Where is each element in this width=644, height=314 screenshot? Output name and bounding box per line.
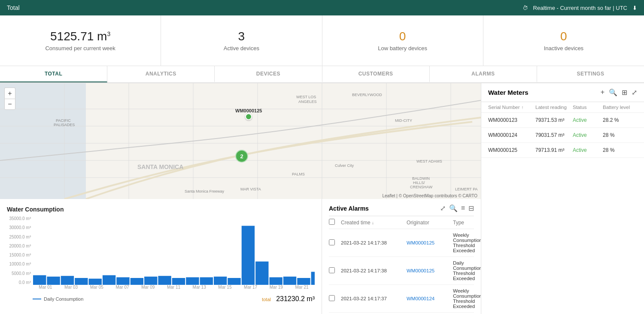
alarm-originator[interactable]: WM0000125	[407, 268, 450, 273]
tab-analytics[interactable]: ANALYTICS	[107, 66, 215, 82]
alarm-header-check[interactable]	[329, 219, 337, 226]
map-container[interactable]: PACIFIC PALISADES WEST LOS ANGELES BEVER…	[0, 83, 481, 199]
svg-text:PACIFIC: PACIFIC	[56, 118, 71, 123]
chart-x-label: Mar 09	[141, 285, 155, 293]
svg-text:BALDWIN: BALDWIN	[412, 176, 430, 181]
chart-bar[interactable]	[228, 278, 240, 285]
chart-bar[interactable]	[103, 275, 115, 285]
alarm-type: Weekly Consumption Threshold Exceeded	[453, 288, 481, 309]
alarm-header-created[interactable]: Created time ↓	[341, 220, 403, 226]
chart-x-label: Mar 11	[167, 285, 180, 293]
kpi-inactive-label: Inactive devices	[544, 45, 584, 51]
chart-y-label: 35000.0 m³	[7, 216, 33, 221]
map-marker-single[interactable]: WM0000125	[235, 108, 262, 120]
chart-bar[interactable]	[186, 277, 199, 285]
chart-bar[interactable]	[172, 278, 185, 285]
chart-y-labels: 35000.0 m³30000.0 m³25000.0 m³20000.0 m³…	[7, 216, 33, 285]
chart-bar[interactable]	[311, 272, 315, 285]
svg-text:ANGELES: ANGELES	[298, 100, 317, 104]
expand-wm-icon[interactable]: ⤢	[632, 88, 637, 97]
chart-bar[interactable]	[200, 277, 213, 285]
chart-bar[interactable]	[297, 278, 310, 285]
bottom-row: Water Consumption 35000.0 m³30000.0 m³25…	[0, 199, 481, 314]
wm-serial[interactable]: WM0000123	[488, 117, 535, 123]
svg-text:Culver City: Culver City	[335, 163, 354, 168]
alarm-originator[interactable]: WM0000124	[407, 296, 450, 301]
wm-table-header: Serial Number ↑ Latest reading Status Ba…	[481, 102, 644, 113]
alarm-type: Daily Consumption Threshold Exceeded	[453, 260, 481, 281]
wm-serial[interactable]: WM0000124	[488, 132, 535, 138]
columns-icon[interactable]: ⊟	[468, 204, 474, 212]
expand-icon[interactable]: ⤢	[440, 204, 446, 212]
download-icon[interactable]: ⬇	[632, 5, 637, 11]
wm-serial[interactable]: WM0000125	[488, 147, 535, 153]
svg-text:CRENSHAW: CRENSHAW	[410, 185, 433, 189]
chart-bar[interactable]	[255, 262, 268, 285]
wm-battery: 28 %	[603, 147, 637, 153]
map-zoom-controls: + −	[4, 88, 15, 110]
sort-serial-icon: ↑	[522, 105, 524, 110]
zoom-out-button[interactable]: −	[4, 99, 15, 110]
zoom-in-button[interactable]: +	[4, 88, 15, 99]
chart-bar[interactable]	[131, 278, 143, 285]
chart-x-label: Mar 13	[193, 285, 206, 293]
alarm-originator[interactable]: WM0000125	[407, 240, 450, 245]
alarm-checkbox[interactable]	[329, 295, 337, 302]
chart-bar[interactable]	[283, 277, 296, 285]
legend-line	[33, 299, 41, 299]
chart-bar[interactable]	[158, 276, 171, 285]
chart-bar[interactable]	[75, 278, 88, 285]
chart-y-label: 10000.0 m³	[7, 262, 33, 266]
app-header: Total ⏱ Realtime - Current month so far …	[0, 0, 644, 15]
wm-status: Active	[573, 132, 603, 138]
chart-y-label: 5000.0 m³	[7, 271, 33, 276]
chart-svg	[33, 216, 315, 285]
tab-alarms[interactable]: ALARMS	[430, 66, 537, 82]
wm-header-serial[interactable]: Serial Number ↑	[488, 105, 535, 110]
chart-bar[interactable]	[144, 277, 157, 285]
wm-reading: 79031.57 m³	[535, 132, 573, 138]
alarm-rows: 2021-03-22 14:17:38 WM0000125 Weekly Con…	[329, 229, 474, 314]
alarm-checkbox[interactable]	[329, 267, 337, 275]
chart-bar[interactable]	[116, 277, 129, 285]
chart-x-label: Mar 07	[115, 285, 129, 293]
search-icon[interactable]: 🔍	[449, 204, 458, 212]
select-all-checkbox[interactable]	[329, 219, 335, 225]
chart-bar[interactable]	[269, 277, 282, 285]
kpi-consumed-value: 5125.71 m3	[50, 30, 110, 43]
chart-legend: Daily Consumption total 231230.2 m³	[7, 295, 315, 303]
water-meters-header: Water Meters + 🔍 ⊞ ⤢	[481, 83, 644, 102]
chart-bar[interactable]	[47, 277, 60, 285]
alarm-created: 2021-03-22 14:17:38	[341, 268, 403, 273]
chart-bar[interactable]	[89, 279, 102, 285]
alarm-header-type: Type	[453, 220, 474, 226]
grid-icon[interactable]: ⊞	[622, 88, 627, 97]
chart-x-label: Mar 03	[64, 285, 78, 293]
tab-devices[interactable]: DEVICES	[215, 66, 322, 82]
svg-text:WEST ADAMS: WEST ADAMS	[416, 159, 442, 163]
tab-settings[interactable]: SETTINGS	[537, 66, 644, 82]
kpi-consumed-label: Consumed per current week	[45, 45, 115, 51]
kpi-inactive-value: 0	[560, 30, 567, 43]
chart-total: total 231230.2 m³	[262, 295, 315, 303]
add-icon[interactable]: +	[601, 88, 605, 97]
left-column: PACIFIC PALISADES WEST LOS ANGELES BEVER…	[0, 83, 481, 314]
svg-text:MID-CITY: MID-CITY	[395, 118, 412, 123]
tab-total[interactable]: TOTAL	[0, 66, 107, 82]
filter-icon[interactable]: ≡	[461, 204, 465, 212]
alarm-checkbox[interactable]	[329, 239, 337, 247]
wm-row: WM0000125 79713.91 m³ Active 28 %	[481, 143, 644, 158]
wm-reading: 79371.53 m³	[535, 117, 573, 123]
chart-bar[interactable]	[33, 275, 46, 285]
wm-header-reading: Latest reading	[535, 105, 573, 110]
chart-bar[interactable]	[61, 276, 74, 285]
chart-bar[interactable]	[242, 226, 255, 285]
tab-customers[interactable]: CUSTOMERS	[322, 66, 430, 82]
clock-icon: ⏱	[522, 5, 528, 11]
map-marker-cluster[interactable]: 2	[235, 150, 248, 163]
chart-x-labels: Mar 01Mar 03Mar 05Mar 07Mar 09Mar 11Mar …	[33, 285, 315, 293]
chart-bar[interactable]	[214, 277, 227, 285]
svg-text:MAR VISTA: MAR VISTA	[240, 187, 261, 191]
chart-section: Water Consumption 35000.0 m³30000.0 m³25…	[0, 199, 322, 314]
search-wm-icon[interactable]: 🔍	[609, 88, 617, 97]
